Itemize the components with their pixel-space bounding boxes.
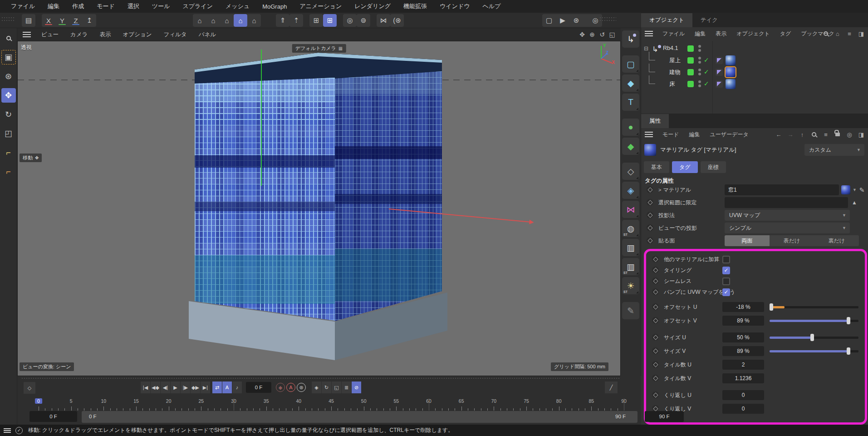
dolly-view-icon[interactable]: ⊕ [587,30,597,40]
enable-toggle[interactable] [687,69,694,75]
attribute-menu-item[interactable]: モード [657,131,684,139]
menubar-item[interactable]: ウインドウ [433,2,476,10]
up-icon[interactable]: ↑ [798,131,806,138]
dot-editor[interactable] [698,80,701,83]
stage-icon[interactable]: ▥ST [622,258,639,275]
frame-selected-icon[interactable]: ▢ [542,14,556,27]
attribute-menu-item[interactable]: ユーザーデータ [705,131,754,139]
snap-settings-icon[interactable]: ⇡ [289,14,303,27]
tree-row[interactable]: ⊟↳Rb4.1 [641,43,868,54]
rotate-tool[interactable]: ↻ [1,107,16,122]
visibility-dots[interactable] [698,69,701,77]
menubar-item[interactable]: モード [90,2,121,10]
deformer-icon[interactable]: ◆ [622,138,639,155]
primitive-cube-icon[interactable]: ◆ [622,74,639,92]
fcurve-button[interactable]: ╱ [605,382,618,393]
sound-toggle[interactable]: ♪ [232,382,242,393]
axis-lock-y-button[interactable]: Y [55,14,69,27]
symmetry-icon[interactable]: ⋈ [377,14,390,27]
attr-tab[interactable]: タグ [672,161,698,173]
menubar-item[interactable]: 選択 [121,2,146,10]
value-field[interactable]: 1.1236 [722,373,764,383]
search-icon[interactable] [822,31,830,36]
timeline-range-bar[interactable]: 0 F 90 F [82,411,638,423]
viewport-menu-item[interactable]: カメラ [64,31,93,39]
phong-tag-icon[interactable] [716,80,723,88]
menubar-item[interactable]: レンダリング [348,2,397,10]
eyedropper-icon[interactable]: ✐ [858,187,865,193]
volume-icon[interactable]: ◇ [622,163,639,180]
tree-row[interactable]: 屋上✓ [641,54,868,66]
enable-toggle[interactable] [687,57,694,64]
value-field[interactable]: 89 % [722,346,764,356]
go-to-start-button[interactable]: |◀ [141,382,150,393]
tab-objects[interactable]: オブジェクト [641,13,692,27]
diamond-icon[interactable] [647,212,653,218]
viewport-menu-item[interactable]: オプション [117,31,157,39]
diamond-icon[interactable] [652,267,659,273]
chevron-down-icon[interactable]: ▼ [853,188,857,192]
diamond-icon[interactable] [647,186,653,193]
texture-mode-button[interactable]: ⌂ [247,14,261,27]
keyframe-marker-button[interactable]: ◇ [24,382,35,394]
material-tag-icon[interactable] [726,67,736,77]
diamond-icon[interactable] [652,288,659,295]
key-position-toggle[interactable]: ◈ [312,382,321,393]
value-field[interactable]: -18 % [722,302,764,312]
phong-tag-icon[interactable] [716,69,723,76]
axis-lock-x-button[interactable]: X [42,14,55,27]
slider[interactable] [770,346,858,356]
diamond-icon[interactable] [652,277,659,284]
autokey-mode-toggle[interactable]: A [222,382,232,393]
material-thumb[interactable] [841,185,850,194]
key-rotation-toggle[interactable]: ↻ [322,382,331,393]
render-settings-icon[interactable]: ⊛ [569,14,583,27]
new-panel-icon[interactable]: ◨ [857,30,865,37]
focus-icon[interactable]: ◎ [845,131,853,138]
menubar-item[interactable]: アニメーション [293,2,348,10]
home-icon[interactable]: ⌂ [834,30,842,37]
next-key-button[interactable]: ◆▶ [191,382,200,393]
value-field[interactable]: 0 [722,390,764,400]
expander-icon[interactable]: > [658,187,661,193]
viewport-menu-item[interactable]: 表示 [93,31,117,39]
next-frame-button[interactable]: |▶ [181,382,190,393]
edges-mode-button[interactable]: ⌂ [206,14,220,27]
camera-chip[interactable]: デフォルトカメラ▦ [292,44,346,53]
viewport-menu-icon[interactable] [23,32,31,37]
playhead-frame-field[interactable]: 0 F [29,411,77,422]
object-menu-item[interactable]: オブジェクト [731,30,775,38]
key-scale-toggle[interactable]: ◱ [332,382,341,393]
visibility-dots[interactable] [698,80,701,89]
side-option-button[interactable]: 裏だけ [814,235,859,246]
preset-dropdown[interactable]: カスタム▼ [804,144,864,156]
filter-icon[interactable]: ≡ [845,30,853,37]
diamond-icon[interactable] [652,347,659,354]
previous-key-button[interactable]: ◀◆ [151,382,160,393]
content-browser-icon[interactable]: ▤ [22,14,35,27]
simulation-icon[interactable]: ● [622,119,639,136]
visibility-dots[interactable] [698,57,701,65]
dot-editor[interactable] [698,69,701,71]
dropdown-field[interactable]: UVW マップ▼ [725,210,850,221]
axis-tool-icon[interactable]: ↥ [83,14,96,27]
diamond-icon[interactable] [652,391,659,398]
object-menu-item[interactable]: 編集 [690,30,711,38]
slider-handle[interactable] [810,334,814,341]
back-icon[interactable]: ← [775,131,783,138]
diamond-icon[interactable] [652,334,659,341]
tree-row[interactable]: 床✓ [641,78,868,90]
render-region-icon[interactable]: ◎ [343,14,357,27]
current-frame-field[interactable]: 0 F [246,382,271,393]
value-field[interactable]: 50 % [722,332,764,342]
menubar-item[interactable]: MoGraph [256,3,293,10]
object-name[interactable]: Rb4.1 [663,45,678,51]
end-frame-field[interactable]: 90 F [645,411,684,422]
tree-row[interactable]: 建物✓ [641,66,868,78]
light-icon[interactable]: ☀ST [622,277,639,294]
scale-tool[interactable]: ◰ [1,126,16,141]
play-button[interactable]: ▶ [171,382,180,393]
object-menu-item[interactable]: タグ [775,30,796,38]
grid-icon[interactable]: ⊞ [309,14,323,27]
record-button[interactable]: ◆ [276,383,285,392]
